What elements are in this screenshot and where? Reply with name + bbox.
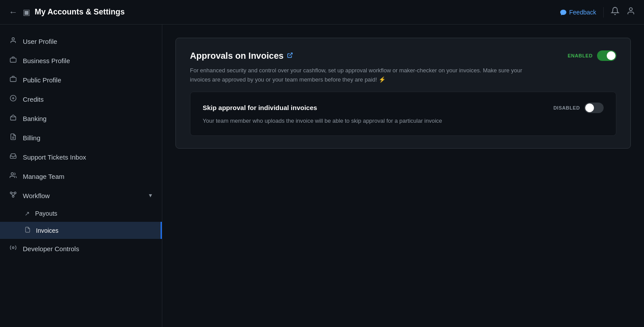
sidebar-label-public-profile: Public Profile: [23, 76, 153, 84]
billing-icon: [9, 133, 18, 142]
notifications-icon[interactable]: [611, 7, 619, 18]
public-profile-icon: [9, 75, 18, 84]
approvals-toggle-label: ENABLED: [568, 53, 593, 58]
banking-icon: [9, 114, 18, 123]
sidebar-label-billing: Billing: [23, 134, 153, 142]
approvals-title-row: Approvals on Invoices: [190, 51, 293, 61]
sidebar-label-manage-team: Manage Team: [23, 173, 153, 180]
svg-point-13: [14, 192, 16, 194]
approvals-description: For enhanced security and control over y…: [190, 66, 523, 85]
sidebar-item-business-profile[interactable]: Business Profile: [0, 51, 162, 70]
skip-approval-toggle-thumb: [585, 103, 594, 112]
skip-approval-header: Skip approval for individual invoices DI…: [203, 103, 604, 113]
sidebar-label-invoices: Invoices: [36, 227, 58, 234]
sidebar-label-support-tickets: Support Tickets Inbox: [23, 153, 153, 161]
main-content: Approvals on Invoices ENABLED: [162, 25, 644, 327]
svg-point-1: [630, 8, 633, 11]
svg-rect-8: [11, 117, 16, 120]
sidebar-label-user-profile: User Profile: [23, 38, 153, 45]
layout: User Profile Business Profile Public Pro…: [0, 25, 644, 327]
approvals-toggle-thumb: [607, 51, 615, 60]
manage-team-icon: [9, 172, 18, 181]
approvals-toggle[interactable]: [597, 50, 616, 61]
header: ← ▣ My Accounts & Settings Feedback: [0, 0, 644, 25]
user-profile-icon: [9, 37, 18, 46]
payouts-icon: ↗: [25, 210, 30, 217]
approvals-toggle-row: ENABLED: [568, 50, 616, 61]
sidebar-item-credits[interactable]: Credits: [0, 89, 162, 109]
skip-approval-description: Your team member who uploads the invoice…: [203, 117, 604, 125]
svg-point-2: [12, 38, 14, 40]
sidebar: User Profile Business Profile Public Pro…: [0, 25, 162, 327]
header-divider: [603, 7, 604, 18]
credits-icon: [9, 95, 18, 103]
sidebar-label-business-profile: Business Profile: [23, 57, 153, 64]
sidebar-item-manage-team[interactable]: Manage Team: [0, 167, 162, 186]
developer-controls-icon: [9, 244, 18, 253]
approvals-title: Approvals on Invoices: [190, 51, 283, 61]
sidebar-label-banking: Banking: [23, 115, 153, 122]
sidebar-label-developer-controls: Developer Controls: [23, 245, 153, 252]
skip-approval-toggle-row: DISABLED: [553, 103, 604, 113]
sidebar-item-user-profile[interactable]: User Profile: [0, 32, 162, 51]
sidebar-item-workflow[interactable]: Workflow ▼: [0, 186, 162, 205]
approvals-card-header: Approvals on Invoices ENABLED: [190, 50, 616, 61]
sidebar-item-billing[interactable]: Billing: [0, 128, 162, 147]
external-link-icon[interactable]: [287, 52, 293, 60]
svg-point-12: [10, 192, 12, 194]
sidebar-label-workflow: Workflow: [23, 192, 143, 199]
sidebar-sub-item-payouts[interactable]: ↗ Payouts: [0, 205, 162, 222]
sidebar-item-support-tickets[interactable]: Support Tickets Inbox: [0, 147, 162, 167]
feedback-button[interactable]: Feedback: [560, 9, 596, 16]
sidebar-sub-item-invoices[interactable]: Invoices: [0, 222, 162, 239]
invoices-icon: [25, 227, 31, 234]
svg-rect-4: [10, 78, 16, 82]
skip-approval-toggle-label: DISABLED: [553, 105, 580, 110]
skip-approval-toggle[interactable]: [584, 103, 604, 113]
svg-point-18: [12, 247, 14, 249]
svg-line-16: [11, 194, 13, 195]
svg-point-11: [11, 173, 13, 175]
user-icon[interactable]: [626, 7, 635, 18]
support-tickets-icon: [9, 153, 18, 161]
sidebar-label-credits: Credits: [23, 96, 153, 103]
feedback-icon: [560, 9, 567, 16]
svg-line-19: [290, 53, 292, 55]
header-actions: Feedback: [560, 7, 635, 18]
page-title: My Accounts & Settings: [35, 7, 560, 17]
svg-line-17: [13, 194, 15, 195]
svg-rect-3: [10, 58, 16, 62]
workflow-icon: [9, 191, 18, 200]
back-button[interactable]: ←: [9, 7, 18, 17]
business-profile-icon: [9, 56, 18, 65]
workflow-chevron-icon: ▼: [148, 192, 153, 199]
svg-point-14: [12, 195, 14, 197]
sidebar-item-banking[interactable]: Banking: [0, 109, 162, 128]
app-icon: ▣: [23, 7, 30, 17]
sidebar-label-payouts: Payouts: [35, 210, 57, 217]
approvals-card: Approvals on Invoices ENABLED: [175, 38, 631, 149]
skip-approval-title: Skip approval for individual invoices: [203, 104, 317, 111]
sidebar-item-developer-controls[interactable]: Developer Controls: [0, 239, 162, 258]
skip-approval-card: Skip approval for individual invoices DI…: [190, 92, 616, 136]
sidebar-item-public-profile[interactable]: Public Profile: [0, 70, 162, 89]
